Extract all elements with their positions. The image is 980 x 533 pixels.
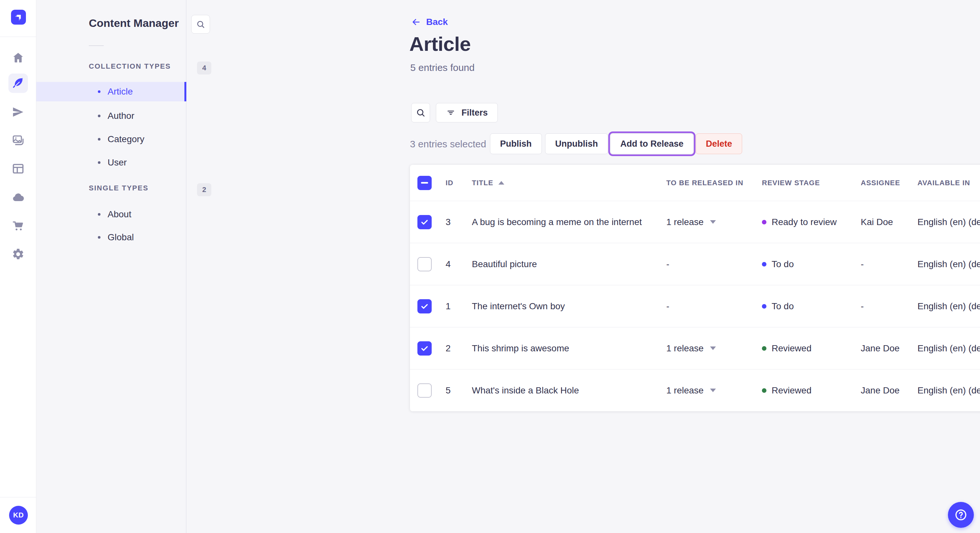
- list-search-button[interactable]: [411, 103, 430, 122]
- sidebar-item-author[interactable]: Author: [36, 106, 186, 125]
- row-assignee: Jane Doe: [861, 343, 918, 354]
- stage-dot: [762, 220, 767, 224]
- sidebar-item-about[interactable]: About: [36, 205, 186, 224]
- table-row[interactable]: 3 A bug is becoming a meme on the intern…: [410, 201, 980, 243]
- table-body: 3 A bug is becoming a meme on the intern…: [410, 201, 980, 411]
- row-title: The internet's Own boy: [472, 301, 666, 311]
- row-available: English (en) (default): [918, 301, 980, 311]
- sidebar-search-button[interactable]: [191, 15, 210, 34]
- row-stage: Reviewed: [772, 343, 811, 354]
- row-id: 4: [442, 259, 472, 270]
- row-checkbox[interactable]: [417, 341, 432, 355]
- settings-rail-icon[interactable]: [8, 244, 28, 264]
- row-id: 5: [442, 385, 472, 396]
- section-collection-types: COLLECTION TYPES: [89, 62, 171, 71]
- column-header-release: TO BE RELEASED IN: [666, 179, 762, 187]
- release-caret-icon[interactable]: [710, 389, 716, 392]
- sort-ascending-icon: [498, 181, 504, 185]
- row-stage: To do: [772, 259, 794, 270]
- rail-divider-bottom: [0, 497, 36, 497]
- row-title: What's inside a Black Hole: [472, 385, 666, 396]
- table-row[interactable]: 4 Beautiful picture - To do - English (e…: [410, 243, 980, 285]
- row-release: 1 release: [666, 385, 703, 396]
- column-header-stage: REVIEW STAGE: [762, 179, 861, 187]
- home-icon[interactable]: [8, 48, 28, 67]
- sidebar-item-label: Author: [108, 111, 135, 121]
- table-header-row: ID TITLE TO BE RELEASED IN REVIEW STAGE …: [410, 165, 980, 201]
- row-checkbox[interactable]: [417, 257, 432, 271]
- releases-icon[interactable]: [8, 102, 28, 122]
- release-caret-icon[interactable]: [710, 220, 716, 224]
- add-to-release-button[interactable]: Add to Release: [610, 133, 694, 154]
- row-id: 3: [442, 217, 472, 227]
- sidebar-item-global[interactable]: Global: [36, 228, 186, 247]
- table-row[interactable]: 1 The internet's Own boy - To do - Engli…: [410, 285, 980, 327]
- release-caret-icon[interactable]: [710, 346, 716, 350]
- sidebar-item-label: About: [108, 209, 131, 219]
- question-mark-icon: [954, 508, 968, 522]
- bullet-icon: [98, 90, 100, 93]
- stage-dot: [762, 388, 767, 393]
- check-icon: [420, 302, 429, 311]
- row-release: -: [666, 259, 669, 270]
- row-release: -: [666, 301, 669, 311]
- row-title: This shrimp is awesome: [472, 343, 666, 354]
- selection-count: 3 entries selected: [410, 139, 486, 150]
- content-type-builder-icon[interactable]: [8, 159, 28, 178]
- media-library-icon[interactable]: [8, 131, 28, 150]
- row-title: A bug is becoming a meme on the internet: [472, 217, 666, 227]
- row-stage: To do: [772, 301, 794, 311]
- search-icon: [415, 108, 426, 118]
- bullet-icon: [98, 236, 100, 239]
- table-row[interactable]: 5 What's inside a Black Hole 1 release R…: [410, 369, 980, 411]
- sidebar-item-article[interactable]: Article: [36, 82, 186, 102]
- strapi-logo[interactable]: [11, 10, 26, 25]
- filter-icon: [446, 108, 456, 117]
- help-button[interactable]: [948, 502, 974, 528]
- entries-table: ID TITLE TO BE RELEASED IN REVIEW STAGE …: [410, 165, 980, 411]
- back-link[interactable]: Back: [411, 17, 448, 27]
- delete-button[interactable]: Delete: [696, 133, 742, 154]
- rail-divider: [0, 36, 36, 37]
- sidebar-item-label: User: [108, 157, 127, 168]
- unpublish-button[interactable]: Unpublish: [545, 133, 608, 154]
- strapi-logo-icon: [14, 12, 23, 22]
- cloud-icon[interactable]: [8, 188, 28, 207]
- column-header-assignee: ASSIGNEE: [861, 179, 918, 187]
- bullet-icon: [98, 138, 100, 141]
- stage-dot: [762, 262, 767, 266]
- main-nav-rail: KD: [0, 0, 36, 533]
- search-icon: [196, 19, 205, 29]
- row-checkbox[interactable]: [417, 299, 432, 314]
- content-manager-icon[interactable]: [8, 73, 28, 93]
- row-release: 1 release: [666, 343, 703, 354]
- sidebar-item-label: Category: [108, 134, 145, 144]
- marketplace-icon[interactable]: [8, 216, 28, 235]
- bullet-icon: [98, 213, 100, 216]
- sidebar-item-category[interactable]: Category: [36, 130, 186, 149]
- table-row[interactable]: 2 This shrimp is awesome 1 release Revie…: [410, 327, 980, 369]
- row-stage: Reviewed: [772, 385, 811, 396]
- user-avatar[interactable]: KD: [9, 506, 28, 525]
- select-all-checkbox[interactable]: [417, 176, 432, 190]
- row-assignee: -: [861, 259, 918, 270]
- column-header-id[interactable]: ID: [442, 179, 472, 187]
- main-content: Back Article 5 entries found Create new …: [186, 0, 980, 533]
- single-types-count-badge: 2: [197, 183, 211, 196]
- filters-button[interactable]: Filters: [436, 103, 498, 122]
- arrow-left-icon: [411, 17, 421, 27]
- content-manager-sidebar: Content Manager COLLECTION TYPES 4 Artic…: [36, 0, 186, 533]
- check-icon: [420, 344, 429, 353]
- row-checkbox[interactable]: [417, 383, 432, 398]
- publish-button[interactable]: Publish: [490, 133, 542, 154]
- row-assignee: Jane Doe: [861, 385, 918, 396]
- bullet-icon: [98, 115, 100, 117]
- row-stage: Ready to review: [772, 217, 837, 227]
- sidebar-item-user[interactable]: User: [36, 153, 186, 172]
- row-available: English (en) (default): [918, 217, 980, 227]
- row-checkbox[interactable]: [417, 215, 432, 229]
- column-header-title[interactable]: TITLE: [472, 179, 666, 187]
- check-icon: [420, 217, 429, 227]
- stage-dot: [762, 346, 767, 351]
- section-single-types: SINGLE TYPES: [89, 184, 148, 192]
